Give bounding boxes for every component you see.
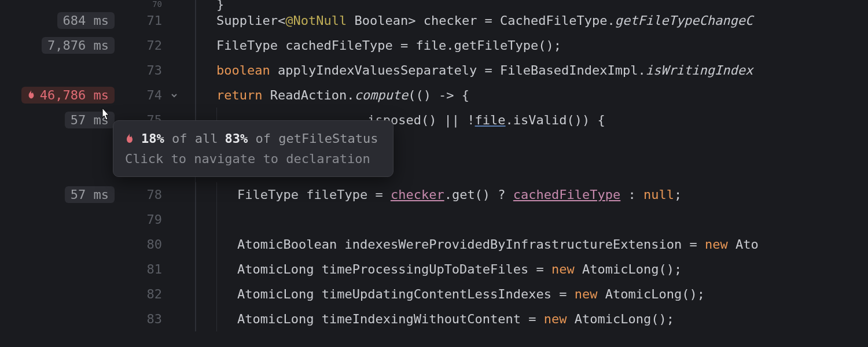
indent-guide: [196, 307, 216, 331]
indent-area: [196, 0, 216, 8]
fold-gutter[interactable]: [165, 91, 183, 99]
profiler-hint-badge[interactable]: 684 ms: [57, 12, 115, 29]
code-token: Boolean: [347, 13, 408, 28]
code-token: cachedFileType = file.getFileType();: [285, 38, 561, 53]
code-token: timeIndexingWithoutContent =: [322, 312, 544, 326]
code-token: fileType =: [306, 187, 391, 202]
code-line[interactable]: 79: [0, 207, 868, 232]
code-token: AtomicLong();: [575, 312, 674, 326]
profiler-hint-badge[interactable]: 46,786 ms: [21, 87, 115, 104]
indent-guide: [196, 182, 216, 207]
tooltip-pct-fn: 83% of getFileStatus: [225, 131, 378, 146]
code-content[interactable]: return ReadAction.compute(() -> {: [216, 88, 469, 102]
code-line[interactable]: 7,876 ms72FileType cachedFileType = file…: [0, 33, 868, 58]
code-token: AtomicLong: [237, 312, 322, 326]
gutter-border: [183, 83, 196, 108]
code-content[interactable]: boolean applyIndexValuesSeparately = Fil…: [216, 63, 753, 77]
flame-icon: [27, 90, 36, 101]
line-number: 79: [120, 212, 165, 227]
indent-guide: [196, 83, 216, 108]
code-token: compute: [354, 88, 408, 102]
code-token: AtomicLong: [237, 262, 322, 276]
code-token: new: [544, 312, 575, 326]
code-line[interactable]: 81AtomicLong timeProcessingUpToDateFiles…: [0, 257, 868, 282]
code-content[interactable]: AtomicLong timeProcessingUpToDateFiles =…: [237, 262, 682, 276]
hint-time: 57 ms: [71, 187, 109, 202]
code-line[interactable]: 83AtomicLong timeIndexingWithoutContent …: [0, 307, 868, 331]
tooltip-subtitle: Click to navigate to declaration: [125, 152, 378, 166]
code-token: FileType: [216, 38, 285, 53]
code-token: cachedFileType: [513, 187, 620, 202]
gutter-border: [183, 307, 196, 331]
code-token: applyIndexValuesSeparately = FileBasedIn…: [278, 63, 646, 77]
code-line[interactable]: 684 ms71Supplier<@NotNull Boolean> check…: [0, 8, 868, 33]
indent-area: [196, 207, 237, 232]
indent-guide: [216, 282, 237, 307]
profiler-hint-badge[interactable]: 7,876 ms: [42, 37, 115, 54]
line-number: 82: [120, 287, 165, 301]
line-number: 83: [120, 312, 165, 326]
tooltip-pct-all: 18% of all: [141, 131, 218, 146]
indent-guide: [216, 182, 237, 207]
code-token: indexesWereProvidedByInfrastructureExten…: [344, 237, 705, 252]
flame-icon: [125, 133, 134, 145]
code-line[interactable]: 46,786 ms74return ReadAction.compute(() …: [0, 83, 868, 108]
code-token: getFileTypeChangeC: [615, 13, 753, 28]
code-token: new: [551, 262, 582, 276]
code-token: checker = CachedFileType.: [424, 13, 615, 28]
line-number: 71: [120, 13, 165, 28]
indent-guide: [196, 0, 216, 8]
line-number: 78: [120, 187, 165, 202]
code-token: AtomicLong();: [582, 262, 682, 276]
gutter-border: [183, 8, 196, 33]
code-line[interactable]: 80AtomicBoolean indexesWereProvidedByInf…: [0, 232, 868, 257]
code-token: Supplier: [216, 13, 278, 28]
indent-guide: [196, 8, 216, 33]
code-token: (() -> {: [408, 88, 469, 102]
indent-area: [196, 83, 216, 108]
code-token: .get() ?: [444, 187, 513, 202]
gutter-border: [183, 257, 196, 282]
code-token: null: [643, 187, 674, 202]
code-content[interactable]: AtomicLong timeIndexingWithoutContent = …: [237, 312, 674, 326]
code-content[interactable]: FileType fileType = checker.get() ? cach…: [237, 187, 682, 202]
code-token: .isValid()) {: [506, 113, 605, 127]
code-line[interactable]: 70}: [0, 0, 868, 8]
code-token: boolean: [216, 63, 278, 77]
indent-area: [196, 58, 216, 83]
hint-time: 684 ms: [63, 13, 109, 28]
code-token: @NotNull: [285, 13, 347, 28]
gutter-border: [183, 0, 196, 8]
code-content[interactable]: Supplier<@NotNull Boolean> checker = Cac…: [216, 13, 753, 28]
indent-guide: [196, 257, 216, 282]
indent-guide: [216, 257, 237, 282]
tooltip-stats: 18% of all 83% of getFileStatus: [125, 131, 378, 146]
code-token: :: [620, 187, 643, 202]
profiler-hint-gutter: 57 ms: [0, 186, 120, 203]
code-token: isWritingIndex: [646, 63, 753, 77]
code-line[interactable]: 73boolean applyIndexValuesSeparately = F…: [0, 58, 868, 83]
indent-guide: [196, 282, 216, 307]
line-number: 81: [120, 262, 165, 276]
code-token: >: [408, 13, 424, 28]
indent-area: [196, 232, 237, 257]
profiler-hint-badge[interactable]: 57 ms: [65, 186, 115, 203]
code-token: AtomicLong();: [605, 287, 705, 301]
code-token: Ato: [735, 237, 759, 252]
indent-guide: [196, 58, 216, 83]
profiler-hint-tooltip[interactable]: 18% of all 83% of getFileStatus Click to…: [113, 120, 393, 177]
code-line[interactable]: 82AtomicLong timeUpdatingContentLessInde…: [0, 282, 868, 307]
code-content[interactable]: FileType cachedFileType = file.getFileTy…: [216, 38, 561, 53]
code-token: <: [278, 13, 285, 28]
gutter-border: [183, 33, 196, 58]
gutter-border: [183, 58, 196, 83]
code-token: new: [575, 287, 605, 301]
code-token: timeUpdatingContentLessIndexes =: [322, 287, 575, 301]
code-token: ;: [674, 187, 682, 202]
code-content[interactable]: AtomicLong timeUpdatingContentLessIndexe…: [237, 287, 705, 301]
code-line[interactable]: 57 ms78FileType fileType = checker.get()…: [0, 182, 868, 207]
code-content[interactable]: AtomicBoolean indexesWereProvidedByInfra…: [237, 237, 759, 252]
pointer-cursor-icon: [98, 107, 113, 127]
code-token: timeProcessingUpToDateFiles =: [322, 262, 551, 276]
profiler-hint-gutter: 7,876 ms: [0, 37, 120, 54]
